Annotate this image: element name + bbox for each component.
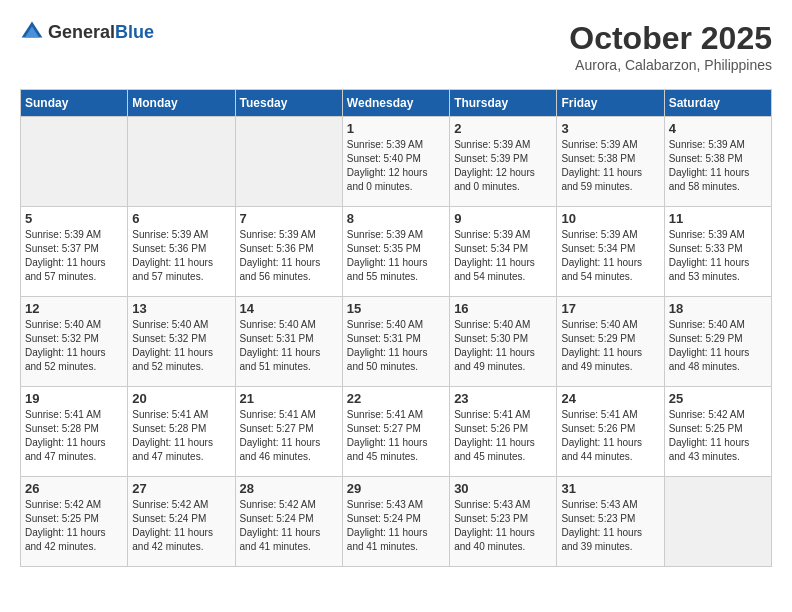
calendar-body: 1Sunrise: 5:39 AMSunset: 5:40 PMDaylight… <box>21 117 772 567</box>
day-cell: 12Sunrise: 5:40 AMSunset: 5:32 PMDayligh… <box>21 297 128 387</box>
day-cell <box>235 117 342 207</box>
day-info: Sunrise: 5:40 AMSunset: 5:30 PMDaylight:… <box>454 319 535 372</box>
day-number: 23 <box>454 391 552 406</box>
header-tuesday: Tuesday <box>235 90 342 117</box>
day-cell: 3Sunrise: 5:39 AMSunset: 5:38 PMDaylight… <box>557 117 664 207</box>
day-cell: 21Sunrise: 5:41 AMSunset: 5:27 PMDayligh… <box>235 387 342 477</box>
day-number: 19 <box>25 391 123 406</box>
day-info: Sunrise: 5:39 AMSunset: 5:33 PMDaylight:… <box>669 229 750 282</box>
day-cell: 15Sunrise: 5:40 AMSunset: 5:31 PMDayligh… <box>342 297 449 387</box>
day-cell: 8Sunrise: 5:39 AMSunset: 5:35 PMDaylight… <box>342 207 449 297</box>
page-header: GeneralBlue October 2025 Aurora, Calabar… <box>20 20 772 73</box>
day-info: Sunrise: 5:41 AMSunset: 5:26 PMDaylight:… <box>561 409 642 462</box>
day-cell: 30Sunrise: 5:43 AMSunset: 5:23 PMDayligh… <box>450 477 557 567</box>
day-number: 1 <box>347 121 445 136</box>
header-wednesday: Wednesday <box>342 90 449 117</box>
day-cell: 7Sunrise: 5:39 AMSunset: 5:36 PMDaylight… <box>235 207 342 297</box>
day-number: 21 <box>240 391 338 406</box>
day-info: Sunrise: 5:39 AMSunset: 5:36 PMDaylight:… <box>240 229 321 282</box>
day-info: Sunrise: 5:40 AMSunset: 5:31 PMDaylight:… <box>347 319 428 372</box>
header-monday: Monday <box>128 90 235 117</box>
day-number: 28 <box>240 481 338 496</box>
day-info: Sunrise: 5:42 AMSunset: 5:25 PMDaylight:… <box>669 409 750 462</box>
day-cell: 28Sunrise: 5:42 AMSunset: 5:24 PMDayligh… <box>235 477 342 567</box>
day-cell: 19Sunrise: 5:41 AMSunset: 5:28 PMDayligh… <box>21 387 128 477</box>
day-cell: 22Sunrise: 5:41 AMSunset: 5:27 PMDayligh… <box>342 387 449 477</box>
day-cell: 23Sunrise: 5:41 AMSunset: 5:26 PMDayligh… <box>450 387 557 477</box>
day-number: 9 <box>454 211 552 226</box>
day-cell: 2Sunrise: 5:39 AMSunset: 5:39 PMDaylight… <box>450 117 557 207</box>
day-info: Sunrise: 5:39 AMSunset: 5:34 PMDaylight:… <box>454 229 535 282</box>
day-info: Sunrise: 5:40 AMSunset: 5:32 PMDaylight:… <box>25 319 106 372</box>
day-cell: 16Sunrise: 5:40 AMSunset: 5:30 PMDayligh… <box>450 297 557 387</box>
week-row-4: 19Sunrise: 5:41 AMSunset: 5:28 PMDayligh… <box>21 387 772 477</box>
day-info: Sunrise: 5:42 AMSunset: 5:25 PMDaylight:… <box>25 499 106 552</box>
day-number: 20 <box>132 391 230 406</box>
day-cell: 17Sunrise: 5:40 AMSunset: 5:29 PMDayligh… <box>557 297 664 387</box>
logo-blue: Blue <box>115 22 154 42</box>
day-info: Sunrise: 5:40 AMSunset: 5:29 PMDaylight:… <box>669 319 750 372</box>
day-cell: 27Sunrise: 5:42 AMSunset: 5:24 PMDayligh… <box>128 477 235 567</box>
day-cell: 9Sunrise: 5:39 AMSunset: 5:34 PMDaylight… <box>450 207 557 297</box>
day-info: Sunrise: 5:39 AMSunset: 5:35 PMDaylight:… <box>347 229 428 282</box>
day-number: 5 <box>25 211 123 226</box>
day-cell <box>128 117 235 207</box>
day-cell: 10Sunrise: 5:39 AMSunset: 5:34 PMDayligh… <box>557 207 664 297</box>
day-info: Sunrise: 5:40 AMSunset: 5:32 PMDaylight:… <box>132 319 213 372</box>
day-cell: 5Sunrise: 5:39 AMSunset: 5:37 PMDaylight… <box>21 207 128 297</box>
day-number: 30 <box>454 481 552 496</box>
day-cell: 29Sunrise: 5:43 AMSunset: 5:24 PMDayligh… <box>342 477 449 567</box>
day-cell: 18Sunrise: 5:40 AMSunset: 5:29 PMDayligh… <box>664 297 771 387</box>
day-cell: 6Sunrise: 5:39 AMSunset: 5:36 PMDaylight… <box>128 207 235 297</box>
day-number: 13 <box>132 301 230 316</box>
day-info: Sunrise: 5:39 AMSunset: 5:38 PMDaylight:… <box>669 139 750 192</box>
title-block: October 2025 Aurora, Calabarzon, Philipp… <box>569 20 772 73</box>
day-info: Sunrise: 5:41 AMSunset: 5:28 PMDaylight:… <box>25 409 106 462</box>
day-number: 7 <box>240 211 338 226</box>
day-cell: 4Sunrise: 5:39 AMSunset: 5:38 PMDaylight… <box>664 117 771 207</box>
day-cell: 14Sunrise: 5:40 AMSunset: 5:31 PMDayligh… <box>235 297 342 387</box>
day-number: 8 <box>347 211 445 226</box>
month-title: October 2025 <box>569 20 772 57</box>
day-info: Sunrise: 5:41 AMSunset: 5:26 PMDaylight:… <box>454 409 535 462</box>
logo: GeneralBlue <box>20 20 154 44</box>
day-info: Sunrise: 5:43 AMSunset: 5:23 PMDaylight:… <box>561 499 642 552</box>
day-number: 6 <box>132 211 230 226</box>
week-row-5: 26Sunrise: 5:42 AMSunset: 5:25 PMDayligh… <box>21 477 772 567</box>
day-number: 29 <box>347 481 445 496</box>
day-info: Sunrise: 5:39 AMSunset: 5:40 PMDaylight:… <box>347 139 428 192</box>
day-info: Sunrise: 5:42 AMSunset: 5:24 PMDaylight:… <box>132 499 213 552</box>
day-info: Sunrise: 5:41 AMSunset: 5:27 PMDaylight:… <box>347 409 428 462</box>
day-number: 26 <box>25 481 123 496</box>
day-number: 24 <box>561 391 659 406</box>
day-number: 17 <box>561 301 659 316</box>
week-row-1: 1Sunrise: 5:39 AMSunset: 5:40 PMDaylight… <box>21 117 772 207</box>
day-cell <box>21 117 128 207</box>
day-cell: 24Sunrise: 5:41 AMSunset: 5:26 PMDayligh… <box>557 387 664 477</box>
location-title: Aurora, Calabarzon, Philippines <box>569 57 772 73</box>
calendar-header: Sunday Monday Tuesday Wednesday Thursday… <box>21 90 772 117</box>
day-number: 3 <box>561 121 659 136</box>
header-thursday: Thursday <box>450 90 557 117</box>
day-cell: 25Sunrise: 5:42 AMSunset: 5:25 PMDayligh… <box>664 387 771 477</box>
header-saturday: Saturday <box>664 90 771 117</box>
day-number: 27 <box>132 481 230 496</box>
day-number: 31 <box>561 481 659 496</box>
day-cell: 26Sunrise: 5:42 AMSunset: 5:25 PMDayligh… <box>21 477 128 567</box>
day-number: 18 <box>669 301 767 316</box>
weekday-row: Sunday Monday Tuesday Wednesday Thursday… <box>21 90 772 117</box>
day-info: Sunrise: 5:39 AMSunset: 5:34 PMDaylight:… <box>561 229 642 282</box>
day-cell: 31Sunrise: 5:43 AMSunset: 5:23 PMDayligh… <box>557 477 664 567</box>
day-cell: 13Sunrise: 5:40 AMSunset: 5:32 PMDayligh… <box>128 297 235 387</box>
day-info: Sunrise: 5:40 AMSunset: 5:31 PMDaylight:… <box>240 319 321 372</box>
day-info: Sunrise: 5:43 AMSunset: 5:23 PMDaylight:… <box>454 499 535 552</box>
header-sunday: Sunday <box>21 90 128 117</box>
day-info: Sunrise: 5:39 AMSunset: 5:37 PMDaylight:… <box>25 229 106 282</box>
day-info: Sunrise: 5:42 AMSunset: 5:24 PMDaylight:… <box>240 499 321 552</box>
day-number: 16 <box>454 301 552 316</box>
day-info: Sunrise: 5:41 AMSunset: 5:27 PMDaylight:… <box>240 409 321 462</box>
day-info: Sunrise: 5:40 AMSunset: 5:29 PMDaylight:… <box>561 319 642 372</box>
logo-icon <box>20 20 44 44</box>
day-number: 15 <box>347 301 445 316</box>
day-number: 22 <box>347 391 445 406</box>
